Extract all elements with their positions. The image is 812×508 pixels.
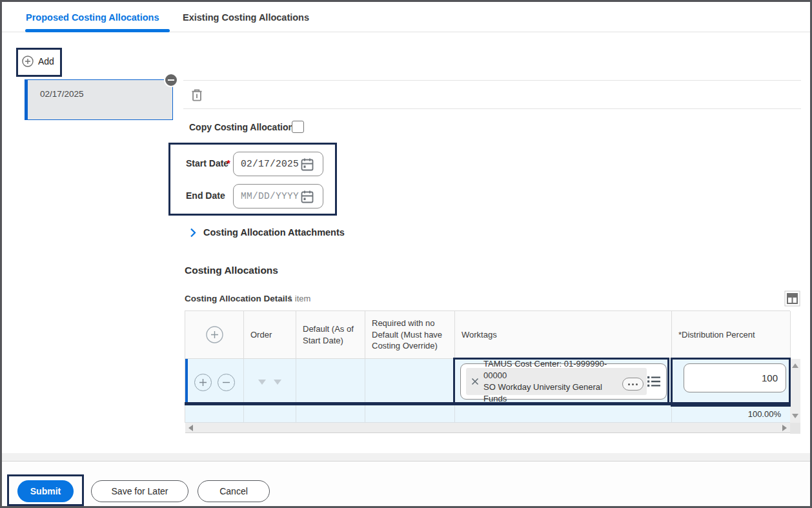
column-header-worktags: Worktags — [455, 311, 672, 359]
distribution-percent-cell — [672, 359, 791, 405]
scroll-up-icon[interactable] — [792, 363, 798, 368]
insert-row-icon[interactable] — [194, 374, 212, 391]
copy-costing-allocation-checkbox[interactable] — [292, 121, 304, 133]
active-tab-underline — [25, 29, 170, 32]
table-row: TAMUS Cost Center: 01-999990-00000 SO Wo… — [185, 359, 790, 405]
required-no-default-cell — [365, 359, 455, 405]
worktag-line2: SO Workday University General Funds — [483, 382, 602, 403]
row-actions-cell — [185, 359, 244, 405]
table-vertical-scrollbar[interactable] — [790, 359, 800, 423]
scrollbar-corner — [790, 423, 800, 434]
required-asterisk: * — [227, 157, 230, 168]
worktag-line1: TAMUS Cost Center: 01-999990-00000 — [483, 359, 607, 380]
tab-bar: Proposed Costing Allocations Existing Co… — [2, 2, 810, 32]
order-up-icon[interactable] — [258, 380, 266, 385]
table-settings-icon[interactable] — [784, 290, 801, 307]
item-count: 1 item — [288, 294, 310, 303]
calendar-icon[interactable] — [301, 190, 314, 203]
worktags-input[interactable]: TAMUS Cost Center: 01-999990-00000 SO Wo… — [460, 363, 667, 400]
cancel-button[interactable]: Cancel — [198, 480, 270, 502]
worktags-cell: TAMUS Cost Center: 01-999990-00000 SO Wo… — [455, 359, 672, 405]
page-scrollbar-track[interactable] — [2, 453, 810, 462]
table-total-row: 100.00% — [185, 405, 790, 423]
footer-bar: Submit Save for Later Cancel — [2, 462, 810, 506]
scroll-down-icon[interactable] — [792, 414, 798, 418]
distribution-percent-input[interactable] — [684, 363, 786, 392]
add-allocation-button[interactable]: Add — [22, 56, 54, 67]
divider — [183, 108, 801, 109]
tab-proposed-costing-allocations[interactable]: Proposed Costing Allocations — [26, 12, 159, 23]
prompt-list-icon[interactable] — [647, 376, 660, 387]
costing-allocations-title: Costing Allocations — [185, 265, 278, 276]
column-header-required: Required with no Default (Must have Cost… — [365, 311, 455, 359]
order-cell — [244, 359, 296, 405]
attachments-label: Costing Allocation Attachments — [203, 227, 345, 238]
costing-allocation-table: Order Default (As of Start Date) Require… — [185, 310, 790, 423]
related-actions-icon[interactable] — [622, 378, 644, 391]
chevron-right-icon — [190, 228, 196, 238]
costing-allocation-page: Proposed Costing Allocations Existing Co… — [0, 0, 812, 508]
table-header-row: Order Default (As of Start Date) Require… — [185, 310, 790, 359]
row-selected-bar — [185, 359, 188, 405]
remove-worktag-icon[interactable] — [471, 378, 479, 385]
delete-row-icon[interactable] — [218, 374, 235, 391]
calendar-icon[interactable] — [301, 157, 314, 171]
header-add-row-cell — [185, 311, 244, 359]
column-header-order: Order — [244, 311, 296, 359]
total-distribution-percent: 100.00% — [672, 405, 791, 423]
costing-allocation-attachments-expander[interactable]: Costing Allocation Attachments — [190, 227, 345, 238]
allocation-card-selected[interactable]: 02/17/2025 — [25, 79, 173, 120]
submit-button[interactable]: Submit — [17, 480, 74, 502]
save-for-later-button[interactable]: Save for Later — [91, 480, 188, 502]
table-horizontal-scrollbar[interactable] — [185, 423, 790, 433]
remove-allocation-badge-icon[interactable] — [164, 73, 178, 87]
add-row-icon[interactable] — [206, 326, 223, 343]
scroll-right-icon[interactable] — [782, 425, 787, 431]
column-header-default: Default (As of Start Date) — [296, 311, 365, 359]
copy-costing-allocation-label: Copy Costing Allocation — [189, 122, 294, 132]
column-header-distribution-percent: *Distribution Percent — [672, 311, 791, 359]
trash-icon[interactable] — [188, 86, 205, 103]
start-date-label: Start Date — [186, 158, 228, 168]
allocation-card-date: 02/17/2025 — [40, 89, 84, 99]
default-as-of-start-date-cell — [296, 359, 365, 405]
scroll-left-icon[interactable] — [188, 425, 193, 431]
costing-allocation-details-label: Costing Allocation Details — [185, 294, 292, 303]
order-down-icon[interactable] — [274, 380, 281, 385]
add-button-label: Add — [38, 56, 54, 66]
end-date-label: End Date — [186, 190, 225, 201]
tab-existing-costing-allocations[interactable]: Existing Costing Allocations — [183, 12, 309, 23]
plus-circle-icon — [22, 56, 34, 67]
worktag-chip: TAMUS Cost Center: 01-999990-00000 SO Wo… — [466, 368, 647, 395]
divider — [183, 80, 801, 81]
